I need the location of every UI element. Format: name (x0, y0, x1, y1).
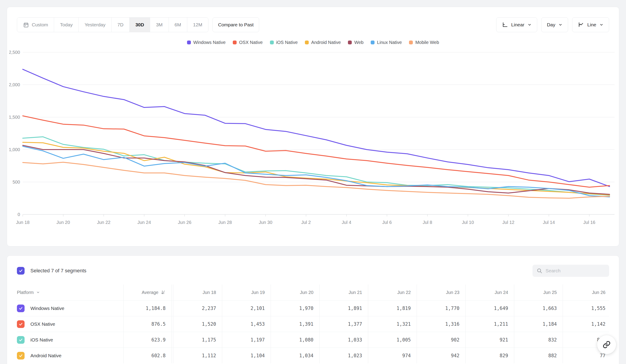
date-range-group: CustomTodayYesterday7D30D3M6M12M (17, 17, 208, 32)
legend-label: Linux Native (377, 40, 402, 45)
legend-swatch (270, 40, 274, 44)
range-button-today[interactable]: Today (54, 18, 78, 32)
column-divider (171, 300, 173, 316)
average-column-header[interactable]: Average (123, 285, 171, 300)
date-column-header-jun-22[interactable]: Jun 22 (368, 285, 417, 300)
chart-type-dropdown[interactable]: Line (572, 17, 609, 32)
table-row-ios-native: iOS Native623.91,1751,1971,0801,0331,005… (17, 332, 609, 348)
svg-text:Jul 10: Jul 10 (462, 220, 474, 225)
select-all-checkbox[interactable] (17, 267, 25, 275)
line-chart: 05001,0001,5002,0002,500Jun 18Jun 20Jun … (9, 47, 617, 229)
value-cell: 921 (465, 332, 514, 348)
value-cell: 1,104 (222, 348, 271, 363)
legend-item-web[interactable]: Web (348, 40, 363, 45)
range-button-custom[interactable]: Custom (17, 18, 54, 32)
share-link-button[interactable] (597, 335, 616, 354)
legend-item-linux-native[interactable]: Linux Native (371, 40, 402, 45)
svg-text:Jul 12: Jul 12 (502, 220, 514, 225)
legend-swatch (187, 40, 191, 44)
segments-table: Platform Average Jun 18Jun 19Jun 20Jun 2… (17, 285, 609, 363)
segment-checkbox-android-native[interactable] (17, 352, 25, 360)
average-cell: 1,184.8 (123, 300, 171, 316)
date-column-header-jun-24[interactable]: Jun 24 (465, 285, 514, 300)
platform-header-label: Platform (17, 290, 34, 295)
value-cell: 1,555 (563, 300, 611, 316)
legend-label: iOS Native (276, 40, 298, 45)
date-column-header-jun-19[interactable]: Jun 19 (222, 285, 271, 300)
date-column-header-jun-18[interactable]: Jun 18 (173, 285, 222, 300)
value-cell: 1,112 (173, 348, 222, 363)
average-cell: 876.5 (123, 316, 171, 332)
value-cell: 1,321 (368, 316, 417, 332)
svg-text:Jul 6: Jul 6 (382, 220, 392, 225)
legend-item-windows-native[interactable]: Windows Native (187, 40, 226, 45)
legend-swatch (305, 40, 309, 44)
value-cell: 1,034 (271, 348, 319, 363)
compare-to-past-button[interactable]: Compare to Past (212, 17, 259, 32)
interval-label: Day (547, 22, 555, 28)
range-button-label: 12M (193, 22, 202, 28)
platform-cell: Android Native (17, 348, 123, 363)
legend-item-ios-native[interactable]: iOS Native (270, 40, 298, 45)
line-chart-icon (578, 22, 584, 28)
range-button-label: 6M (175, 22, 181, 28)
range-button-6m[interactable]: 6M (169, 18, 187, 32)
svg-text:Jun 24: Jun 24 (137, 220, 151, 225)
scale-dropdown[interactable]: Linear (496, 17, 537, 32)
legend-item-osx-native[interactable]: OSX Native (233, 40, 263, 45)
svg-text:Jun 28: Jun 28 (218, 220, 232, 225)
svg-text:2,500: 2,500 (9, 50, 20, 55)
platform-cell: iOS Native (17, 332, 123, 348)
range-button-3m[interactable]: 3M (150, 18, 168, 32)
value-cell: 832 (514, 332, 563, 348)
chart-options: Linear Day Line (496, 17, 609, 32)
legend-swatch (371, 40, 375, 44)
svg-text:Jul 4: Jul 4 (342, 220, 351, 225)
chart-legend: Windows NativeOSX NativeiOS NativeAndroi… (17, 40, 609, 45)
calendar-icon (23, 22, 29, 28)
value-cell: 1,197 (222, 332, 271, 348)
chart-card: CustomTodayYesterday7D30D3M6M12M Compare… (7, 7, 619, 246)
column-divider (171, 316, 173, 332)
range-button-30d[interactable]: 30D (129, 18, 150, 32)
chevron-down-icon (558, 23, 562, 27)
sort-descending-icon[interactable] (161, 290, 166, 295)
svg-text:0: 0 (18, 212, 20, 217)
search-input[interactable] (546, 268, 605, 273)
date-column-header-jun-25[interactable]: Jun 25 (514, 285, 563, 300)
date-column-header-jun-21[interactable]: Jun 21 (319, 285, 368, 300)
platform-cell: OSX Native (17, 316, 123, 332)
column-divider (171, 332, 173, 348)
segment-search (533, 265, 609, 277)
platform-column-header[interactable]: Platform (17, 285, 123, 300)
svg-text:2,000: 2,000 (9, 82, 20, 87)
average-cell: 623.9 (123, 332, 171, 348)
range-button-label: 3M (156, 22, 162, 28)
date-column-header-jun-23[interactable]: Jun 23 (417, 285, 465, 300)
chevron-down-icon (36, 291, 40, 294)
search-icon (537, 268, 542, 274)
segment-checkbox-osx-native[interactable] (17, 320, 25, 328)
range-button-label: Custom (32, 22, 48, 28)
table-row-android-native: Android Native602.81,1121,1041,0341,0239… (17, 348, 609, 363)
chart-toolbar: CustomTodayYesterday7D30D3M6M12M Compare… (17, 17, 609, 32)
legend-item-mobile-web[interactable]: Mobile Web (409, 40, 439, 45)
range-button-12m[interactable]: 12M (187, 18, 208, 32)
value-cell: 2,237 (173, 300, 222, 316)
legend-swatch (348, 40, 352, 44)
segment-checkbox-windows-native[interactable] (17, 305, 25, 312)
svg-text:Jul 14: Jul 14 (543, 220, 555, 225)
legend-item-android-native[interactable]: Android Native (305, 40, 341, 45)
range-button-7d[interactable]: 7D (111, 18, 129, 32)
date-column-header-jun-26[interactable]: Jun 26 (563, 285, 611, 300)
value-cell: 1,391 (271, 316, 319, 332)
chevron-down-icon (528, 23, 532, 27)
date-column-header-jun-20[interactable]: Jun 20 (271, 285, 319, 300)
segment-checkbox-ios-native[interactable] (17, 336, 25, 344)
legend-label: Android Native (311, 40, 341, 45)
svg-text:1,000: 1,000 (9, 147, 20, 152)
legend-label: Windows Native (193, 40, 226, 45)
interval-dropdown[interactable]: Day (541, 17, 568, 32)
range-button-yesterday[interactable]: Yesterday (78, 18, 111, 32)
svg-text:Jun 22: Jun 22 (97, 220, 110, 225)
